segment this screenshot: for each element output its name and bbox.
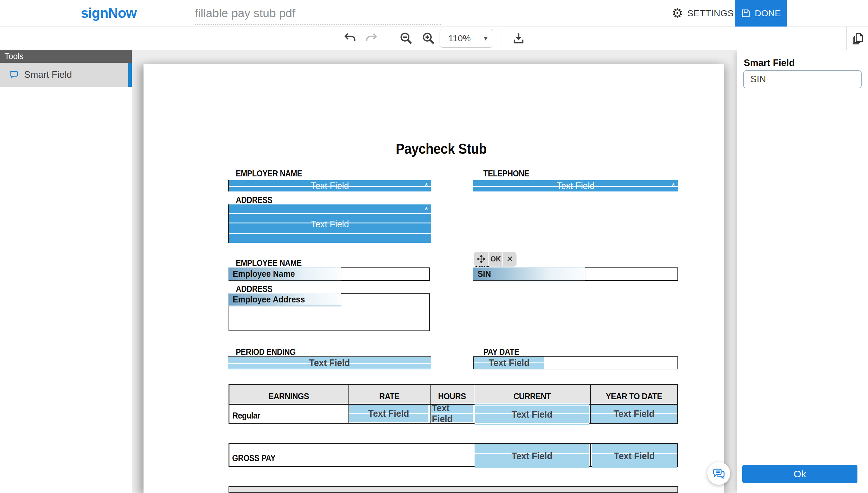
page-title: Paycheck Stub [230,141,652,157]
smart-field-panel: Smart Field Ok [737,50,868,493]
zoom-out-icon [399,31,413,45]
period-ending-field[interactable]: Text Field [228,357,431,369]
field-placeholder: Text Field [351,405,427,422]
required-marker: * [425,180,428,191]
field-placeholder: Text Field [234,180,426,191]
panel-ok-button[interactable]: Ok [742,465,858,484]
rate-field[interactable]: Text Field [349,405,429,422]
chat-bubble-icon [8,69,19,80]
current-field[interactable]: Text Field [475,404,589,425]
signnow-logo: signNow [81,5,136,21]
field-ok-button[interactable]: OK [488,252,502,266]
editor-toolbar: 110% ▾ [0,26,868,50]
field-divider [229,213,431,214]
year-to-date-field[interactable]: Text Field [591,405,677,423]
employee-name-label: EMPLOYEE NAME [236,258,310,268]
field-placeholder: Text Field [594,444,675,468]
done-label: DONE [755,8,781,18]
employee-name-smart-field[interactable]: Employee Name [228,267,341,280]
regular-row-label: Regular [230,405,349,423]
comments-fab[interactable] [707,462,730,485]
gear-icon: ⚙ [672,7,683,20]
redo-button[interactable] [363,31,379,46]
zoom-out-button[interactable] [398,31,414,46]
toolbar-divider [388,29,388,48]
field-placeholder: Text Field [432,405,472,422]
field-placeholder: Text Field [476,357,542,369]
settings-label: SETTINGS [688,8,734,18]
field-move-toolbar: OK ✕ [474,252,517,266]
field-placeholder: Text Field [234,215,426,233]
field-placeholder: Text Field [478,180,673,191]
sidebar-item-label: Smart Field [24,69,72,80]
save-icon [741,8,751,18]
tools-sidebar: Tools Smart Field [0,50,132,493]
field-placeholder: Text Field [593,405,675,423]
zoom-in-icon [421,31,435,45]
move-field-button[interactable] [474,252,488,266]
required-marker: * [671,180,675,191]
settings-button[interactable]: ⚙ SETTINGS [672,0,734,26]
zoom-level-value: 110% [448,33,471,43]
table-header-row: EARNINGS RATE HOURS CURRENT YEAR TO DATE [230,385,677,405]
redo-icon [365,32,378,45]
app: signNow fillable pay stub pdf ⚙ SETTINGS… [0,0,868,493]
employer-address-label: ADDRESS [236,195,277,205]
gross-pay-label: GROSS PAY [232,453,281,463]
period-ending-label: PERIOD ENDING [236,347,304,357]
column-divider [590,444,591,466]
document-canvas: Paycheck Stub EMPLOYER NAME Text Field *… [132,50,737,493]
document-title-underline [195,24,441,25]
document-page: Paycheck Stub EMPLOYER NAME Text Field *… [144,64,724,493]
undo-icon [343,32,357,45]
field-close-button[interactable]: ✕ [502,252,517,266]
sidebar-item-smart-field[interactable]: Smart Field [0,63,132,87]
gross-pay-ytd-field[interactable]: Text Field [592,444,677,468]
download-button[interactable] [510,31,527,46]
table-header-cell: HOURS [431,385,474,404]
table-header-cell: CURRENT [474,385,591,404]
smart-field-label: Employee Name [233,269,295,279]
telephone-label: TELEPHONE [483,169,536,178]
table-header-cell: RATE [349,385,431,404]
employee-address-label: ADDRESS [236,284,277,294]
field-placeholder: Text Field [478,404,587,425]
download-icon [512,32,525,45]
done-button[interactable]: DONE [735,0,787,26]
gross-pay-current-field[interactable]: Text Field [475,444,589,468]
pages-icon [851,32,864,45]
caret-down-icon: ▾ [484,34,487,43]
header-bar: signNow fillable pay stub pdf ⚙ SETTINGS… [0,0,868,26]
employer-name-label: EMPLOYER NAME [236,169,311,178]
employer-name-field[interactable]: Text Field * [228,180,431,191]
hours-field[interactable]: Text Field [431,405,473,422]
field-placeholder: Text Field [233,357,426,369]
toolbar-divider [846,26,847,50]
active-indicator [128,63,132,87]
employee-address-smart-field[interactable]: Employee Address [228,293,341,306]
smart-field-label: Employee Address [233,295,305,304]
pay-date-field[interactable]: Text Field [474,357,544,369]
zoom-in-button[interactable] [420,31,437,46]
document-title[interactable]: fillable pay stub pdf [195,7,296,20]
pages-button[interactable] [850,31,866,46]
comments-icon [712,467,725,480]
undo-button[interactable] [342,31,358,46]
smart-field-name-input[interactable] [743,70,862,88]
pay-date-label: PAY DATE [483,347,524,357]
smart-field-label: SIN [478,269,491,279]
panel-title: Smart Field [744,58,795,68]
tools-header: Tools [0,50,132,63]
next-table-header [229,486,678,493]
employer-address-field[interactable]: Text Field * [228,205,431,243]
table-header-cell: EARNINGS [230,385,349,404]
zoom-level-dropdown[interactable]: 110% ▾ [439,29,493,48]
required-marker: * [425,205,428,215]
move-icon [477,255,485,263]
telephone-field[interactable]: Text Field * [473,180,678,191]
sin-smart-field[interactable]: SIN [473,267,585,280]
toolbar-divider [501,29,501,48]
table-header-cell: YEAR TO DATE [591,385,677,404]
field-placeholder: Text Field [478,444,587,468]
